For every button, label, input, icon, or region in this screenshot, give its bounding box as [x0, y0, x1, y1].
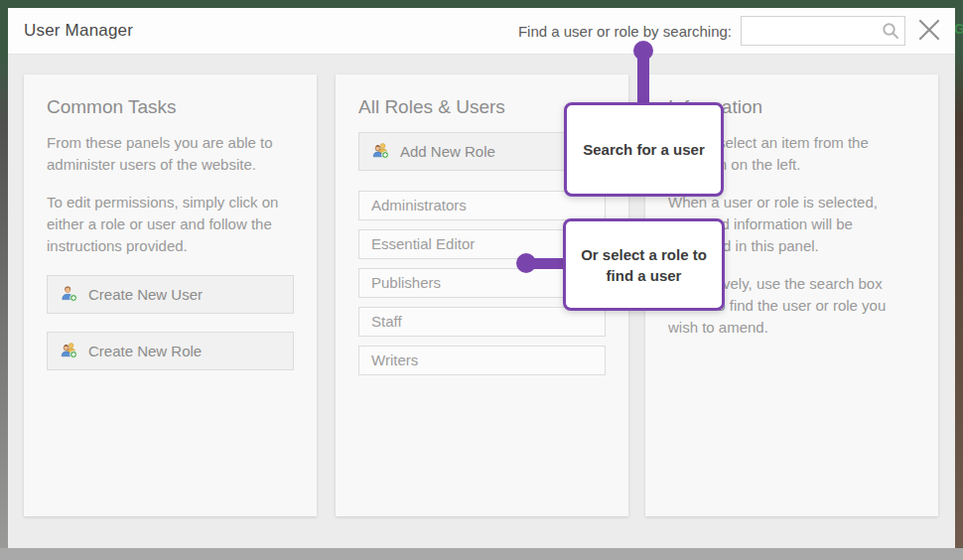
- callout-search-text: Search for a user: [583, 139, 705, 160]
- create-new-user-button[interactable]: Create New User: [47, 275, 294, 314]
- create-new-role-label: Create New Role: [88, 343, 202, 359]
- callout-role-dot: [516, 253, 536, 273]
- search-field-wrap: [741, 16, 905, 46]
- create-new-user-label: Create New User: [88, 286, 203, 303]
- dialog-title: User Manager: [24, 21, 133, 41]
- common-tasks-paragraph: To edit permissions, simply click on eit…: [47, 192, 294, 257]
- add-new-role-label: Add New Role: [400, 143, 495, 160]
- backdrop-left-edge: [0, 0, 8, 548]
- panel-common-tasks: Common Tasks From these panels you are a…: [24, 74, 317, 516]
- role-item-staff[interactable]: Staff: [358, 307, 606, 337]
- screen: G User Manager Find a user or role by se…: [0, 0, 963, 560]
- panel-common-tasks-title: Common Tasks: [47, 96, 294, 118]
- group-add-icon: [61, 342, 77, 361]
- close-button[interactable]: [915, 17, 943, 45]
- callout-search-connector: [637, 53, 649, 106]
- callout-search-tooltip: Search for a user: [564, 102, 724, 197]
- dialog-header: User Manager Find a user or role by sear…: [8, 8, 955, 55]
- callout-search-dot: [633, 41, 653, 61]
- common-tasks-paragraph: From these panels you are able to admini…: [47, 132, 294, 176]
- search-label: Find a user or role by searching:: [518, 23, 732, 40]
- create-new-role-button[interactable]: Create New Role: [47, 332, 294, 370]
- search-group: Find a user or role by searching:: [518, 16, 943, 46]
- user-manager-dialog: User Manager Find a user or role by sear…: [8, 8, 955, 548]
- backdrop-top-edge: [0, 0, 963, 8]
- role-item-writers[interactable]: Writers: [358, 346, 606, 375]
- backdrop-right-edge: [955, 0, 963, 548]
- close-icon: [916, 17, 942, 46]
- group-add-icon: [372, 142, 389, 162]
- callout-role-tooltip: Or select a role to find a user: [563, 218, 725, 311]
- backdrop-artifact-letter: G: [954, 20, 963, 38]
- callout-role-text: Or select a role to find a user: [580, 244, 708, 286]
- search-icon[interactable]: [881, 21, 900, 41]
- user-add-icon: [61, 285, 77, 305]
